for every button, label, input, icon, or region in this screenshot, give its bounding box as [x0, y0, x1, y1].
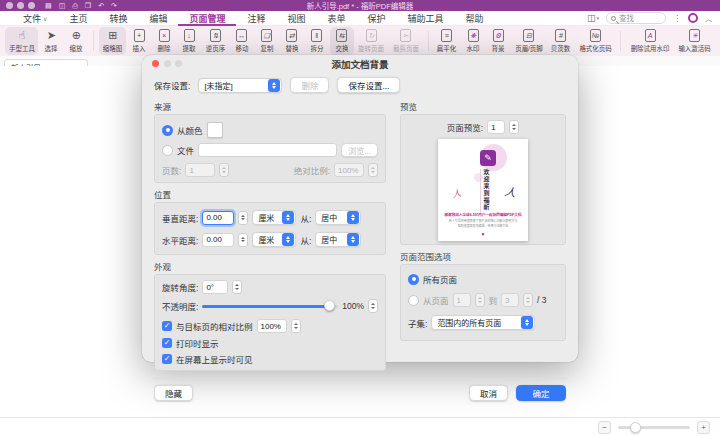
show-on-screen-checkbox[interactable]: ✓	[162, 354, 172, 364]
page-preview-stepper[interactable]	[509, 120, 519, 134]
page-range-radio[interactable]	[408, 295, 419, 306]
vertical-unit-select[interactable]: 厘米	[252, 210, 296, 225]
menu-page-management[interactable]: 页面管理	[178, 11, 236, 26]
page-preview-field[interactable]: 1	[487, 120, 505, 134]
page-display-icon[interactable]: ◫▾	[587, 13, 599, 23]
menu-convert[interactable]: 转换	[98, 11, 138, 26]
subset-select[interactable]: 范围内的所有页面	[431, 315, 535, 330]
vertical-from-select[interactable]: 居中	[315, 210, 361, 225]
from-color-radio[interactable]	[162, 125, 173, 136]
menu-form[interactable]: 表单	[317, 11, 357, 26]
rotation-stepper[interactable]	[232, 280, 242, 294]
hide-button[interactable]: 隐藏	[154, 385, 193, 401]
toolbar-insert[interactable]: +插入	[127, 27, 151, 55]
more-options-icon[interactable]: ⋮	[673, 14, 681, 23]
window-zoom-button[interactable]	[28, 2, 35, 9]
preset-select[interactable]: [未指定]	[198, 78, 282, 93]
horizontal-distance-stepper[interactable]	[238, 233, 248, 247]
to-page-stepper	[523, 293, 533, 307]
file-path-field[interactable]	[198, 143, 337, 157]
toolbar-extract[interactable]: ↓提取	[177, 27, 201, 55]
toolbar-duplicate[interactable]: ❏复制	[255, 27, 279, 55]
zoom-slider-thumb[interactable]	[630, 422, 641, 433]
from-page-stepper	[475, 293, 485, 307]
toolbar-enter-activation-code[interactable]: ✳输入激活码	[675, 27, 715, 55]
pages-stepper	[219, 163, 229, 177]
toolbar-header-footer[interactable]: ⊟页眉/页脚	[511, 27, 546, 55]
from-file-radio[interactable]	[162, 145, 173, 156]
vertical-distance-field[interactable]: 0.00	[202, 211, 234, 225]
window-titlebar: ▤ ◫ ⎙ ❐ ↶ ↷ 新人引导.pdf * - 福昕PDF编辑器	[0, 0, 720, 11]
horizontal-distance-field[interactable]: 0.00	[202, 233, 234, 247]
relative-scale-stepper[interactable]	[291, 319, 301, 333]
opacity-slider-thumb[interactable]	[324, 300, 335, 311]
account-avatar[interactable]	[688, 13, 698, 23]
save-settings-button[interactable]: 保存设置...	[337, 77, 400, 93]
zoom-slider[interactable]	[618, 426, 690, 429]
toolbar-thumbnails[interactable]: ⊞缩略图	[99, 27, 126, 55]
toolbar-swap[interactable]: ⇆交换	[330, 27, 354, 55]
opacity-slider[interactable]	[202, 305, 338, 308]
thumbnails-grid-icon: ⊞	[108, 29, 117, 42]
menu-file[interactable]: 文件∨	[12, 11, 58, 26]
pages-label: 页数:	[162, 164, 181, 176]
zoom-out-button[interactable]: −	[598, 421, 611, 434]
menu-home[interactable]: 主页	[58, 11, 98, 26]
toolbar-split[interactable]: ‖拆分	[305, 27, 329, 55]
menu-view[interactable]: 视图	[277, 11, 317, 26]
toolbar-move[interactable]: ↔移动	[230, 27, 254, 55]
toolbar-background[interactable]: ⚙背景	[486, 27, 510, 55]
statusbar: − +	[0, 417, 720, 436]
search-input[interactable]	[619, 14, 661, 23]
vertical-distance-stepper[interactable]	[238, 211, 248, 225]
toolbar-select[interactable]: ➤选择	[39, 27, 63, 55]
menu-accessibility-tools[interactable]: 辅助工具	[397, 11, 455, 26]
horizontal-unit-select[interactable]: 厘米	[252, 232, 296, 247]
swap-pages-icon: ⇆	[336, 29, 347, 42]
opacity-label: 不透明度:	[162, 300, 198, 312]
dialog-zoom-button	[175, 60, 182, 67]
toolbar-zoom[interactable]: ⊕缩放	[64, 27, 88, 55]
open-icon[interactable]: ▤	[45, 1, 52, 10]
dialog-close-button[interactable]	[152, 60, 159, 67]
toolbar-reverse-pages[interactable]: ⇅逆页序	[202, 27, 229, 55]
menu-comment[interactable]: 注释	[236, 11, 276, 26]
opacity-stepper[interactable]	[368, 299, 378, 313]
print-icon[interactable]: ⎙	[72, 1, 78, 10]
menu-protect[interactable]: 保护	[357, 11, 397, 26]
window-close-button[interactable]	[6, 2, 13, 9]
document-icon[interactable]: ❐	[85, 1, 91, 10]
save-icon[interactable]: ◫	[59, 1, 66, 10]
toolbar-delete[interactable]: ×删除	[152, 27, 176, 55]
page-preview-label: 页面预览:	[447, 121, 483, 133]
ok-button[interactable]: 确定	[516, 385, 566, 401]
redo-icon[interactable]: ↷	[111, 1, 117, 10]
absolute-scale-label: 绝对比例:	[294, 164, 330, 176]
all-pages-label: 所有页面	[423, 273, 457, 285]
toolbar-bates-number[interactable]: #贝茨数	[548, 27, 575, 55]
relative-scale-checkbox[interactable]: ✓	[162, 321, 172, 331]
menu-edit[interactable]: 编辑	[138, 11, 178, 26]
all-pages-radio[interactable]	[408, 274, 419, 285]
remove-trial-watermark-icon: A	[645, 29, 656, 42]
color-swatch[interactable]	[207, 122, 223, 138]
collapse-toolbar-icon[interactable]: ︿	[705, 13, 712, 23]
cancel-button[interactable]: 取消	[469, 385, 508, 401]
zoom-in-button[interactable]: +	[697, 421, 710, 434]
search-box[interactable]	[606, 12, 666, 24]
relative-scale-field[interactable]: 100%	[257, 319, 287, 333]
select-arrows-icon	[521, 316, 533, 329]
window-minimize-button[interactable]	[17, 2, 24, 9]
toolbar-flatten[interactable]: ≡扁平化	[434, 27, 461, 55]
to-page-field: 3	[501, 293, 519, 307]
toolbar-hand-tool[interactable]: ☝手型工具	[5, 27, 38, 55]
toolbar-replace[interactable]: ⇄替换	[280, 27, 304, 55]
toolbar-format-page-number[interactable]: №格式化页码	[575, 27, 615, 55]
horizontal-from-select[interactable]: 居中	[315, 232, 361, 247]
toolbar-remove-trial-watermark[interactable]: A删除试用水印	[626, 27, 673, 55]
menu-help[interactable]: 帮助	[455, 11, 495, 26]
undo-icon[interactable]: ↶	[98, 1, 104, 10]
rotation-field[interactable]: 0°	[202, 280, 228, 294]
show-when-printing-checkbox[interactable]: ✓	[162, 338, 172, 348]
toolbar-watermark[interactable]: ❋水印	[461, 27, 485, 55]
